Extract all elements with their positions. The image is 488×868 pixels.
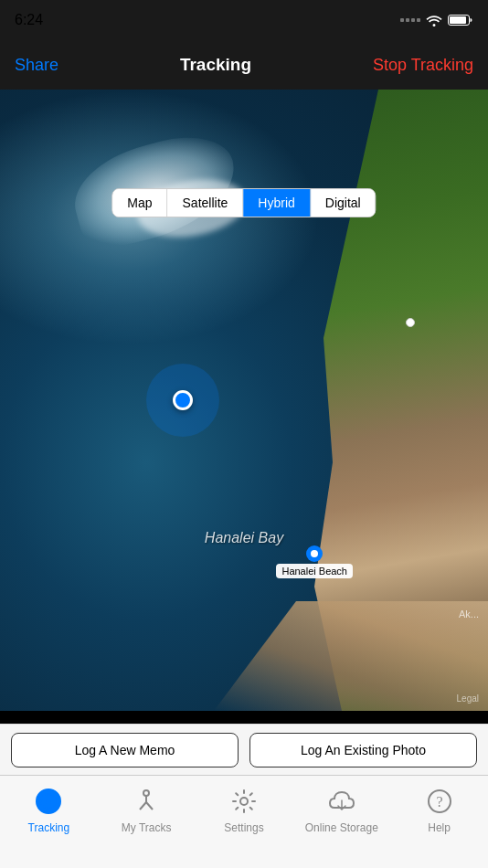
location-dot (173, 390, 193, 410)
beach-pin-label: Hanalei Beach (276, 564, 353, 578)
log-photo-button[interactable]: Log An Existing Photo (249, 733, 477, 767)
map-area[interactable]: Map Satellite Hybrid Digital Hanalei Bay… (0, 90, 488, 711)
settings-icon (228, 785, 260, 818)
tab-bar: Tracking My Tracks Settings (0, 775, 488, 868)
map-tab-satellite[interactable]: Satellite (168, 189, 244, 217)
online-storage-tab-label: Online Storage (305, 821, 378, 834)
share-button[interactable]: Share (15, 56, 58, 75)
map-tab-hybrid[interactable]: Hybrid (243, 189, 310, 217)
wifi-icon (426, 14, 442, 26)
stop-tracking-button[interactable]: Stop Tracking (373, 56, 473, 75)
tracking-icon (32, 785, 65, 818)
road-label: Ak... (459, 609, 479, 619)
svg-line-9 (146, 802, 153, 810)
svg-point-2 (311, 550, 318, 557)
map-tab-map[interactable]: Map (112, 189, 167, 217)
map-type-controls: Map Satellite Hybrid Digital (111, 188, 376, 217)
help-tab-label: Help (428, 821, 451, 834)
battery-icon (448, 14, 473, 26)
map-background (0, 90, 488, 711)
nav-title: Tracking (180, 55, 251, 75)
beach-pin[interactable]: Hanalei Beach (276, 545, 353, 578)
my-tracks-tab-label: My Tracks (122, 821, 172, 834)
svg-point-5 (46, 799, 51, 804)
legal-label: Legal (457, 693, 479, 704)
settings-tab-label: Settings (224, 821, 263, 834)
online-storage-icon (325, 785, 358, 818)
tracking-tab-label: Tracking (28, 821, 70, 834)
svg-line-8 (140, 802, 146, 810)
svg-text:?: ? (436, 794, 442, 810)
pin-icon (310, 549, 319, 558)
tab-tracking[interactable]: Tracking (0, 785, 98, 834)
tab-online-storage[interactable]: Online Storage (292, 785, 390, 834)
tab-help[interactable]: ? Help (390, 785, 488, 834)
svg-point-6 (143, 790, 149, 796)
status-time: 6:24 (15, 12, 43, 28)
nav-bar: Share Tracking Stop Tracking (0, 40, 488, 90)
log-memo-button[interactable]: Log A New Memo (11, 733, 239, 767)
help-icon: ? (423, 785, 456, 818)
signal-icon (400, 18, 420, 22)
svg-rect-1 (450, 16, 466, 24)
status-bar: 6:24 (0, 0, 488, 40)
tab-my-tracks[interactable]: My Tracks (98, 785, 196, 834)
svg-point-10 (240, 798, 248, 805)
action-buttons: Log A New Memo Log An Existing Photo (0, 724, 488, 775)
bay-label: Hanalei Bay (205, 530, 283, 546)
tab-settings[interactable]: Settings (196, 785, 293, 834)
beach-pin-icon (306, 545, 323, 562)
map-tab-digital[interactable]: Digital (311, 189, 376, 217)
status-icons (400, 14, 473, 26)
my-tracks-icon (130, 785, 163, 818)
coast-marker (406, 318, 415, 327)
